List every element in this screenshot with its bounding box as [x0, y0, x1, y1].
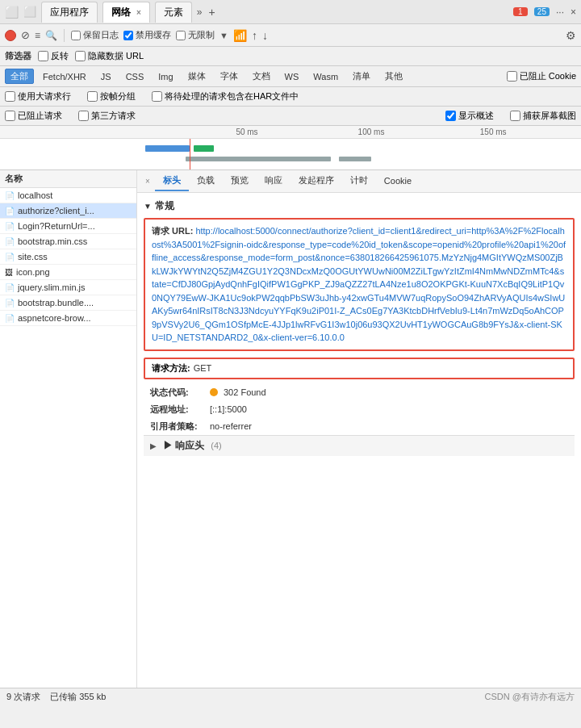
include-har-checkbox[interactable] [152, 91, 162, 102]
warning-badge: 25 [534, 7, 550, 16]
no-throttle-checkbox[interactable] [176, 31, 186, 40]
response-headers-label: ▶ 响应头 [163, 439, 204, 453]
upload-icon[interactable]: ↑ [252, 29, 257, 42]
blocked-requests-label[interactable]: 已阻止请求 [5, 110, 62, 122]
response-triangle: ▶ [150, 441, 157, 450]
timeline-mark-50: 50 ms [236, 128, 257, 136]
tab-network-close[interactable]: × [136, 8, 141, 17]
file-icon-authorize: 📄 [5, 207, 15, 215]
filter-doc[interactable]: 文档 [247, 69, 276, 84]
clear-button[interactable]: ⊘ [21, 29, 30, 41]
group-by-frame-label[interactable]: 按帧分组 [87, 90, 136, 103]
file-item-jquery[interactable]: 📄 jquery.slim.min.js [0, 280, 136, 295]
filter-css[interactable]: CSS [120, 70, 150, 83]
timeline: 50 ms 100 ms 150 ms 200 ms [0, 126, 581, 170]
url-box: 请求 URL: http://localhost:5000/connect/au… [144, 218, 575, 351]
tab-cookie[interactable]: Cookie [376, 173, 420, 190]
large-request-label[interactable]: 使用大请求行 [5, 90, 71, 103]
filter-media[interactable]: 媒体 [182, 69, 211, 84]
options-row1: 使用大请求行 按帧分组 将待处理的请求包含在HAR文件中 [0, 87, 581, 107]
file-item-icon-png[interactable]: 🖼 icon.png [0, 265, 136, 280]
tab-preview[interactable]: 预览 [223, 171, 257, 191]
more-options[interactable]: ··· [556, 6, 564, 18]
tab-elements[interactable]: 元素 [155, 2, 192, 23]
disable-cache-checkbox[interactable] [123, 31, 133, 40]
filter-fetch-xhr[interactable]: Fetch/XHR [37, 70, 92, 83]
filter-other[interactable]: 其他 [379, 69, 408, 84]
include-har-label[interactable]: 将待处理的请求包含在HAR文件中 [152, 90, 299, 103]
offline-icon[interactable]: 📶 [233, 29, 247, 42]
response-headers-section[interactable]: ▶ ▶ 响应头 (4) [144, 435, 575, 456]
file-item-aspnetcore[interactable]: 📄 aspnetcore-brow... [0, 311, 136, 326]
show-overview-label[interactable]: 显示概述 [445, 110, 494, 122]
invert-checkbox[interactable] [38, 51, 48, 61]
filter-manifest[interactable]: 清单 [347, 69, 376, 84]
referrer-policy-value: no-referrer [210, 421, 252, 431]
filter-ws[interactable]: WS [279, 70, 305, 83]
tab-overflow[interactable]: » [197, 6, 203, 18]
file-item-authorize[interactable]: 📄 authorize?client_i... [0, 203, 136, 219]
file-item-site-css[interactable]: 📄 site.css [0, 249, 136, 265]
blocked-cookie-label[interactable]: 已阻止 Cookie [507, 70, 576, 82]
tab-applications[interactable]: 应用程序 [41, 2, 98, 23]
search-icon[interactable]: 🔍 [45, 30, 57, 41]
filter-js[interactable]: JS [95, 70, 117, 83]
method-box: 请求方法: GET [144, 358, 575, 379]
inspect-icon[interactable]: ⬜ [23, 6, 36, 18]
hide-data-url-label[interactable]: 隐藏数据 URL [75, 50, 144, 62]
preserve-log-label[interactable]: 保留日志 [71, 29, 119, 41]
group-by-frame-checkbox[interactable] [87, 91, 98, 102]
blocked-cookie-checkbox[interactable] [507, 71, 517, 82]
third-party-label[interactable]: 第三方请求 [78, 110, 136, 122]
watermark: CSDN @有诗亦有远方 [485, 691, 575, 703]
section-triangle: ▼ [144, 202, 152, 211]
hide-data-url-checkbox[interactable] [75, 51, 86, 61]
tab-timing[interactable]: 计时 [342, 171, 376, 191]
tab-network[interactable]: 网络 × [102, 2, 150, 23]
status-code-label: 状态代码: [150, 387, 207, 399]
tab-initiator[interactable]: 发起程序 [290, 171, 342, 191]
timeline-mark-100: 100 ms [358, 128, 385, 136]
throttle-dropdown[interactable]: ▼ [219, 31, 228, 40]
third-party-checkbox[interactable] [78, 111, 89, 121]
window-close[interactable]: × [571, 6, 576, 18]
file-item-login[interactable]: 📄 Login?ReturnUrl=... [0, 219, 136, 234]
blocked-requests-checkbox[interactable] [5, 111, 15, 121]
tab-payload[interactable]: 负载 [189, 171, 223, 191]
filter-types: 全部 Fetch/XHR JS CSS Img 媒体 字体 文档 WS Wasm… [0, 66, 581, 87]
top-right-icons: 1 25 ··· × [513, 6, 576, 18]
file-item-bootstrap-css[interactable]: 📄 bootstrap.min.css [0, 234, 136, 249]
record-button[interactable] [5, 30, 16, 41]
filter-font[interactable]: 字体 [215, 69, 244, 84]
filter-icon[interactable]: ≡ [35, 30, 40, 41]
file-item-bootstrap-bundle[interactable]: 📄 bootstrap.bundle.... [0, 295, 136, 311]
invert-label[interactable]: 反转 [38, 50, 69, 62]
timeline-cursor [190, 139, 190, 170]
large-request-checkbox[interactable] [5, 91, 15, 102]
disable-cache-label[interactable]: 禁用缓存 [123, 29, 171, 41]
no-throttle-label[interactable]: 无限制 [176, 29, 215, 41]
tab-add[interactable]: + [209, 6, 215, 19]
timeline-bar-2 [194, 145, 214, 152]
filter-wasm[interactable]: Wasm [307, 70, 344, 83]
device-icon[interactable]: ⬜ [5, 6, 19, 19]
file-list-header: 名称 [5, 174, 23, 183]
requests-count: 9 次请求 [6, 691, 40, 703]
remote-address-value: [::1]:5000 [210, 404, 247, 414]
settings-icon[interactable]: ⚙ [566, 29, 576, 42]
tab-headers[interactable]: 标头 [155, 171, 189, 191]
capture-screenshots-label[interactable]: 捕获屏幕截图 [510, 110, 576, 122]
detail-content: ▼ 常规 请求 URL: http://localhost:5000/conne… [137, 193, 581, 688]
detail-tabs-close[interactable]: × [140, 174, 155, 189]
request-url-value[interactable]: http://localhost:5000/connect/authorize?… [152, 226, 566, 342]
download-icon[interactable]: ↓ [262, 29, 268, 42]
file-item-localhost[interactable]: 📄 localhost [0, 188, 136, 203]
capture-screenshots-checkbox[interactable] [510, 111, 520, 121]
timeline-bar-4 [339, 157, 371, 161]
filter-all[interactable]: 全部 [5, 69, 34, 84]
tab-response[interactable]: 响应 [257, 171, 290, 191]
preserve-log-checkbox[interactable] [71, 31, 81, 40]
filter-label: 筛选器 [5, 50, 31, 62]
filter-img[interactable]: Img [153, 70, 178, 83]
show-overview-checkbox[interactable] [445, 111, 456, 121]
